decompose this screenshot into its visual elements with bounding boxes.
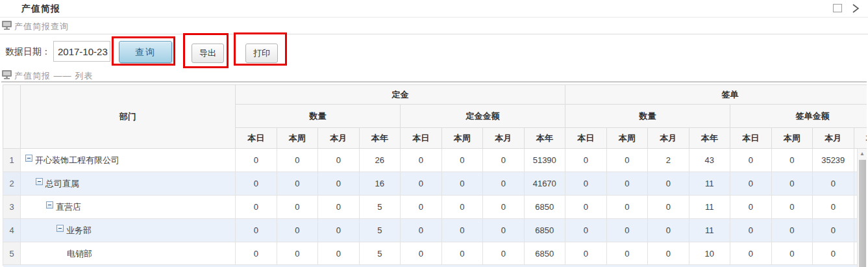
vertical-scrollbar[interactable]: ▲ (857, 149, 867, 267)
value-cell: 0 (401, 196, 442, 219)
table-row[interactable]: 2总司直属000160004167000011000 (3, 172, 867, 196)
date-label: 数据日期： (5, 46, 51, 58)
date-input[interactable] (53, 41, 110, 62)
dept-cell: 业务部 (21, 219, 236, 242)
value-cell: 0 (483, 196, 525, 219)
value-cell: 0 (730, 196, 772, 219)
value-cell: 0 (813, 172, 854, 196)
value-cell: 0 (648, 242, 689, 266)
value-cell: 10 (689, 242, 730, 266)
value-cell: 0 (441, 242, 483, 266)
tree-collapse-icon[interactable] (25, 155, 32, 162)
value-cell: 0 (441, 172, 483, 196)
tree-collapse-icon[interactable] (36, 178, 43, 185)
section-divider (1, 81, 867, 83)
value-cell: 0 (318, 149, 360, 172)
value-cell: 0 (648, 219, 689, 242)
value-cell: 0 (483, 219, 525, 242)
value-cell: 0 (236, 196, 277, 219)
value-cell: 0 (813, 242, 854, 266)
value-cell: 0 (648, 196, 689, 219)
value-cell: 0 (441, 149, 483, 172)
tree-collapse-icon[interactable] (56, 225, 64, 232)
value-cell: 43 (689, 149, 730, 172)
row-number-cell: 2 (3, 172, 21, 196)
value-cell: 0 (813, 196, 854, 219)
period-header-cell: 本月 (318, 128, 360, 149)
value-cell: 11 (689, 172, 730, 196)
value-cell: 0 (730, 219, 772, 242)
value-cell: 0 (318, 172, 360, 196)
dept-name: 总司直属 (45, 179, 79, 188)
scrollbar-thumb[interactable] (859, 160, 866, 267)
value-cell: 0 (401, 219, 442, 242)
table-row[interactable]: 1开心装饰工程有限公司0002600051390002430035239 (3, 149, 867, 172)
dept-cell: 直营店 (21, 196, 236, 219)
period-header-cell: 本日 (730, 128, 772, 149)
header-row-groups: 部门定金签单 (3, 85, 867, 105)
query-section-label: 产值简报查询 (14, 21, 69, 32)
dept-name: 电销部 (67, 249, 92, 259)
value-cell: 0 (401, 172, 442, 196)
value-cell: 0 (565, 196, 607, 219)
row-number-cell: 1 (3, 149, 21, 172)
list-section-label: 产值简报 —— 列表 (14, 70, 93, 82)
value-cell: 0 (318, 196, 360, 219)
value-cell: 0 (236, 172, 277, 196)
print-button[interactable]: 打印 (245, 44, 278, 63)
period-header-cell: 本日 (236, 128, 277, 149)
value-cell: 0 (730, 149, 772, 172)
dept-column-header: 部门 (21, 85, 236, 149)
value-cell: 0 (483, 242, 525, 266)
value-cell: 0 (441, 196, 483, 219)
subgroup-header-cell: 定金金额 (401, 105, 565, 128)
value-cell: 6850 (524, 219, 565, 242)
period-header-cell: 本年 (689, 128, 730, 149)
dept-cell: 总司直属 (21, 172, 236, 196)
value-cell: 0 (318, 219, 360, 242)
dept-cell: 开心装饰工程有限公司 (21, 149, 236, 172)
value-cell: 2 (648, 149, 689, 172)
value-cell: 0 (401, 242, 442, 266)
value-cell: 0 (606, 172, 648, 196)
period-header-cell: 本年 (854, 128, 867, 149)
value-cell: 0 (771, 242, 813, 266)
period-header-cell: 本年 (524, 128, 565, 149)
value-cell: 0 (730, 242, 772, 266)
corner-header-cell (3, 85, 21, 149)
value-cell: 6850 (524, 242, 565, 266)
value-cell: 0 (483, 172, 525, 196)
restore-icon[interactable] (833, 4, 842, 12)
value-cell: 5 (359, 196, 401, 219)
value-cell: 0 (771, 219, 813, 242)
tree-collapse-icon[interactable] (46, 201, 53, 209)
period-header-cell: 本月 (813, 128, 854, 149)
group-header-cell: 签单 (565, 85, 867, 105)
chevron-right-icon[interactable] (850, 3, 861, 14)
export-button[interactable]: 导出 (192, 44, 224, 63)
query-section-header: 产值简报查询 (0, 18, 868, 34)
value-cell: 0 (483, 149, 525, 172)
value-cell: 0 (236, 242, 277, 266)
value-cell: 16 (359, 172, 401, 196)
query-button[interactable]: 查询 (119, 41, 172, 63)
period-header-cell: 本年 (359, 128, 401, 149)
value-cell: 11 (689, 219, 730, 242)
period-header-cell: 本日 (401, 128, 442, 149)
dept-name: 开心装饰工程有限公司 (35, 155, 119, 165)
value-cell: 0 (730, 172, 772, 196)
value-cell: 41670 (524, 172, 565, 196)
table-row[interactable]: 3直营店0005000685000011000 (3, 196, 867, 219)
value-cell: 0 (441, 219, 483, 242)
value-cell: 0 (565, 219, 607, 242)
table-row[interactable]: 4业务部0005000685000011000 (3, 219, 867, 242)
value-cell: 0 (771, 149, 813, 172)
value-cell: 0 (606, 149, 648, 172)
value-cell: 0 (277, 149, 318, 172)
scroll-up-arrow-icon[interactable]: ▲ (858, 149, 867, 159)
table-row[interactable]: 5电销部0005000685000010000 (3, 242, 867, 266)
value-cell: 0 (236, 149, 277, 172)
period-header-cell: 本日 (565, 128, 607, 149)
value-cell: 0 (565, 149, 607, 172)
period-header-cell: 本周 (277, 128, 318, 149)
